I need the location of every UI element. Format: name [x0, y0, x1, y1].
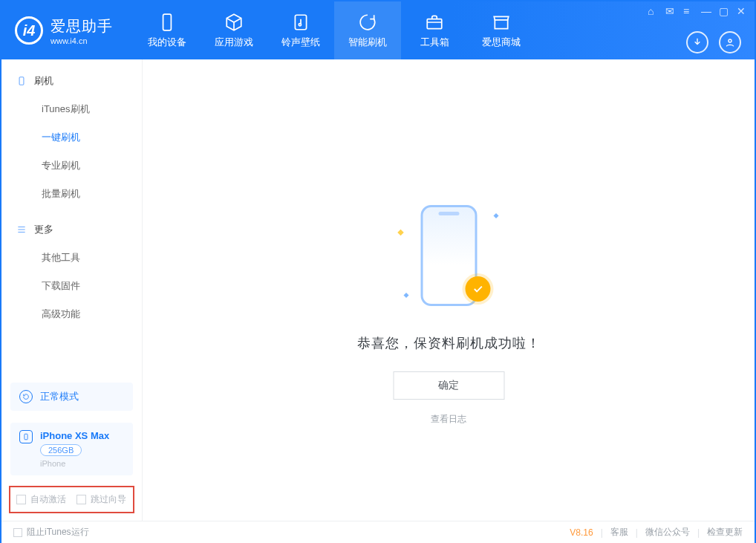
header-actions: [686, 31, 741, 53]
checkbox-label: 跳过向导: [91, 493, 126, 506]
logo-icon: i4: [15, 16, 43, 45]
flash-options-highlight: 自动激活 跳过向导: [9, 486, 134, 513]
toolbox-icon: [424, 12, 445, 33]
device-mode-box[interactable]: 正常模式: [10, 383, 133, 411]
sidebar-group-flash: 刷机: [1, 70, 142, 92]
svg-point-4: [729, 39, 731, 42]
window-controls: ⌂ ✉ ≡ — ▢ ✕: [648, 6, 747, 16]
main-content: 恭喜您，保资料刷机成功啦！ 确定 查看日志: [143, 59, 755, 521]
footer-link-update[interactable]: 检查更新: [707, 526, 743, 539]
nav-label: 应用游戏: [215, 36, 253, 49]
checkbox-label: 阻止iTunes运行: [27, 526, 89, 539]
nav-label: 智能刷机: [348, 36, 387, 49]
block-itunes-checkbox[interactable]: 阻止iTunes运行: [13, 526, 89, 539]
svg-rect-5: [19, 77, 24, 85]
device-icon: [19, 430, 33, 443]
device-capacity: 256GB: [40, 444, 82, 456]
skip-wizard-checkbox[interactable]: 跳过向导: [76, 493, 126, 506]
device-type: iPhone: [40, 459, 109, 468]
music-file-icon: [290, 12, 311, 33]
minimize-button[interactable]: —: [701, 6, 711, 16]
list-icon: [16, 224, 27, 235]
tshirt-icon[interactable]: ⌂: [648, 6, 658, 16]
menu-icon[interactable]: ≡: [683, 6, 694, 16]
nav-label: 爱思商城: [482, 36, 521, 49]
sidebar-item-itunes-flash[interactable]: iTunes刷机: [1, 95, 142, 123]
success-check-icon: [465, 276, 490, 302]
nav-label: 铃声壁纸: [281, 36, 320, 49]
version-label: V8.16: [570, 527, 593, 538]
sidebar-item-download-firmware[interactable]: 下载固件: [1, 272, 142, 300]
app-header: i4 爱思助手 www.i4.cn 我的设备 应用游戏 铃声壁纸 智能刷机 工具…: [1, 1, 755, 59]
checkbox-icon: [16, 495, 26, 504]
nav-apps-games[interactable]: 应用游戏: [201, 1, 267, 59]
sidebar: 刷机 iTunes刷机 一键刷机 专业刷机 批量刷机 更多 其他工具 下载固件 …: [1, 59, 143, 521]
nav-smart-flash[interactable]: 智能刷机: [334, 1, 401, 59]
app-url: www.i4.cn: [50, 36, 113, 45]
view-log-link[interactable]: 查看日志: [431, 413, 466, 426]
nav-label: 我的设备: [148, 36, 186, 49]
nav-store[interactable]: 爱思商城: [468, 1, 535, 59]
auto-activate-checkbox[interactable]: 自动激活: [16, 493, 66, 506]
checkbox-icon: [76, 495, 86, 504]
device-icon: [16, 76, 27, 86]
nav-ringtone-wallpaper[interactable]: 铃声壁纸: [267, 1, 334, 59]
confirm-button[interactable]: 确定: [393, 371, 504, 400]
app-logo: i4 爱思助手 www.i4.cn: [1, 1, 126, 59]
refresh-shield-icon: [357, 12, 378, 33]
svg-point-2: [299, 24, 301, 26]
device-mode-label: 正常模式: [40, 390, 79, 403]
svg-rect-3: [427, 19, 442, 29]
cube-icon: [224, 12, 244, 33]
device-info-box[interactable]: iPhone XS Max 256GB iPhone: [10, 423, 133, 475]
sidebar-item-other-tools[interactable]: 其他工具: [1, 244, 142, 272]
close-button[interactable]: ✕: [737, 6, 747, 16]
sidebar-item-advanced[interactable]: 高级功能: [1, 300, 142, 328]
nav-toolbox[interactable]: 工具箱: [401, 1, 468, 59]
svg-rect-0: [163, 14, 172, 30]
status-bar: 阻止iTunes运行 V8.16 | 客服 | 微信公众号 | 检查更新: [1, 521, 755, 543]
account-button[interactable]: [719, 31, 741, 53]
download-button[interactable]: [686, 31, 708, 53]
svg-rect-6: [25, 434, 27, 440]
maximize-button[interactable]: ▢: [719, 6, 729, 16]
nav-my-device[interactable]: 我的设备: [134, 1, 201, 59]
app-title: 爱思助手: [50, 16, 113, 36]
feedback-icon[interactable]: ✉: [665, 6, 676, 16]
footer-link-support[interactable]: 客服: [610, 526, 628, 539]
checkbox-icon: [13, 528, 22, 537]
nav-label: 工具箱: [420, 36, 449, 49]
phone-icon: [157, 12, 177, 33]
sidebar-item-pro-flash[interactable]: 专业刷机: [1, 152, 142, 180]
group-title: 刷机: [34, 74, 53, 88]
sidebar-group-more: 更多: [1, 218, 142, 241]
group-title: 更多: [34, 223, 53, 236]
mode-icon: [19, 390, 33, 403]
success-illustration: [397, 201, 501, 312]
footer-link-wechat[interactable]: 微信公众号: [645, 526, 690, 539]
sidebar-item-oneclick-flash[interactable]: 一键刷机: [1, 123, 142, 152]
checkbox-label: 自动激活: [30, 493, 66, 506]
sidebar-item-batch-flash[interactable]: 批量刷机: [1, 180, 142, 208]
top-nav: 我的设备 应用游戏 铃声壁纸 智能刷机 工具箱 爱思商城: [134, 1, 535, 59]
store-icon: [491, 12, 512, 33]
success-message: 恭喜您，保资料刷机成功啦！: [357, 334, 541, 352]
device-name: iPhone XS Max: [40, 430, 109, 441]
